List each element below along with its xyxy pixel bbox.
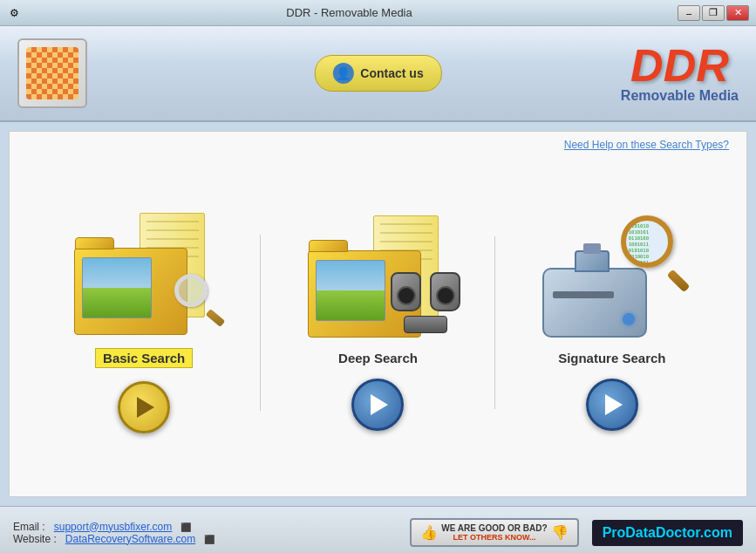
app-icon: ⚙ xyxy=(7,6,21,20)
search-options-container: Basic Search xyxy=(10,158,746,496)
basic-search-folder-icon xyxy=(74,213,214,335)
title-bar-left: ⚙ xyxy=(7,6,21,20)
brand-ddr-text: DDR xyxy=(621,43,739,88)
contact-btn-label: Contact us xyxy=(360,66,423,80)
signature-magnifier-icon: 0101010101010101101001001011010101010100… xyxy=(621,215,691,285)
binoculars-icon xyxy=(391,272,460,333)
rating-line1: WE ARE GOOD OR BAD? xyxy=(441,523,547,533)
basic-search-play-button[interactable] xyxy=(118,381,170,434)
deep-search-label: Deep Search xyxy=(338,351,418,365)
email-row: Email : support@myusbfixer.com ⬛ xyxy=(13,521,215,533)
thumbs-icon: 👍 WE ARE GOOD OR BAD? LET OTHERS KNOW...… xyxy=(420,523,568,542)
footer-brand-pro: Pro xyxy=(603,525,626,540)
footer-brand: ProDataDoctor.com xyxy=(592,520,743,546)
play-triangle-icon xyxy=(137,397,154,418)
close-button[interactable]: ✕ xyxy=(726,5,749,21)
main-content: Need Help on these Search Types? xyxy=(9,131,747,497)
minimize-button[interactable]: – xyxy=(678,5,700,21)
header: 👤 Contact us DDR Removable Media xyxy=(0,26,756,122)
header-brand: DDR Removable Media xyxy=(621,43,739,104)
signature-search-play-button[interactable] xyxy=(586,379,638,431)
email-link[interactable]: support@myusbfixer.com xyxy=(54,521,173,533)
window-title: DDR - Removable Media xyxy=(21,6,678,19)
title-bar: ⚙ DDR - Removable Media – ❐ ✕ xyxy=(0,0,756,26)
email-external-icon: ⬛ xyxy=(180,522,191,532)
signature-search-label: Signature Search xyxy=(558,351,665,365)
contact-person-icon: 👤 xyxy=(332,63,353,84)
signature-search-option: 0101010101010101101001001011010101010100… xyxy=(495,215,729,431)
logo-checker-pattern xyxy=(26,47,78,99)
footer-brand-doctor: Doctor.com xyxy=(656,525,732,540)
play-triangle-icon xyxy=(371,394,388,415)
restore-button[interactable]: ❐ xyxy=(702,5,725,21)
title-bar-controls[interactable]: – ❐ ✕ xyxy=(678,5,749,21)
app-logo xyxy=(17,38,87,108)
footer-brand-data: Data xyxy=(625,525,656,540)
deep-search-option: Deep Search xyxy=(261,215,494,431)
signature-search-drive-icon: 0101010101010101101001001011010101010100… xyxy=(534,215,691,338)
footer: Email : support@myusbfixer.com ⬛ Website… xyxy=(0,506,756,553)
rating-button[interactable]: 👍 WE ARE GOOD OR BAD? LET OTHERS KNOW...… xyxy=(410,518,578,547)
help-link[interactable]: Need Help on these Search Types? xyxy=(10,132,746,158)
website-external-icon: ⬛ xyxy=(204,535,215,544)
email-label: Email : xyxy=(13,521,45,533)
deep-search-folder-icon xyxy=(308,215,447,338)
basic-search-label: Basic Search xyxy=(95,348,193,368)
contact-us-button[interactable]: 👤 Contact us xyxy=(314,55,441,92)
basic-search-option: Basic Search xyxy=(27,213,261,434)
website-link[interactable]: DataRecoverySoftware.com xyxy=(65,533,195,545)
footer-right: 👍 WE ARE GOOD OR BAD? LET OTHERS KNOW...… xyxy=(410,518,743,547)
magnifier-icon xyxy=(174,274,218,317)
rating-line2: LET OTHERS KNOW... xyxy=(441,533,547,542)
website-row: Website : DataRecoverySoftware.com ⬛ xyxy=(13,533,215,545)
footer-contact-info: Email : support@myusbfixer.com ⬛ Website… xyxy=(13,521,215,545)
brand-subtitle: Removable Media xyxy=(621,88,739,104)
play-triangle-icon xyxy=(605,394,623,415)
deep-search-play-button[interactable] xyxy=(351,379,404,431)
website-label: Website : xyxy=(13,533,57,545)
